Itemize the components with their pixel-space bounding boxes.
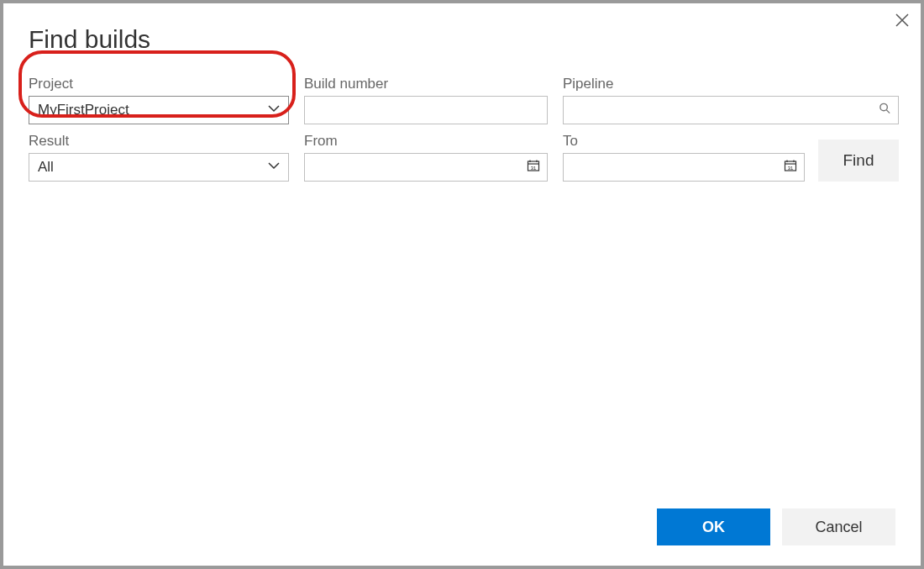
- to-field: To 31: [563, 133, 805, 182]
- result-field: Result All: [29, 133, 289, 182]
- from-label: From: [304, 133, 548, 150]
- result-dropdown[interactable]: All: [29, 153, 289, 182]
- project-dropdown[interactable]: MyFirstProject: [29, 96, 289, 124]
- from-input[interactable]: 31: [304, 153, 548, 182]
- cancel-button[interactable]: Cancel: [782, 508, 895, 545]
- close-icon: [895, 13, 909, 27]
- result-value: All: [38, 159, 54, 176]
- svg-point-0: [880, 103, 887, 110]
- from-field: From 31: [304, 133, 548, 182]
- svg-text:31: 31: [531, 166, 537, 171]
- project-label: Project: [29, 76, 289, 92]
- pipeline-input[interactable]: [563, 96, 899, 124]
- build-number-input[interactable]: [304, 96, 548, 124]
- calendar-icon[interactable]: 31: [527, 159, 540, 176]
- build-number-label: Build number: [304, 76, 548, 92]
- form-grid: Project MyFirstProject Build number Pipe…: [29, 76, 895, 182]
- search-icon[interactable]: [879, 103, 891, 119]
- close-button[interactable]: [895, 12, 909, 30]
- to-input[interactable]: 31: [563, 153, 805, 182]
- to-find-wrap: To 31 Find: [563, 133, 899, 182]
- find-button[interactable]: Find: [818, 140, 899, 182]
- chevron-down-icon: [266, 101, 281, 119]
- result-label: Result: [29, 133, 289, 150]
- pipeline-label: Pipeline: [563, 76, 899, 92]
- svg-text:31: 31: [788, 166, 794, 171]
- to-label: To: [563, 133, 805, 150]
- dialog-footer: OK Cancel: [657, 508, 895, 545]
- project-field: Project MyFirstProject: [29, 76, 289, 124]
- calendar-icon[interactable]: 31: [784, 159, 797, 176]
- build-number-field: Build number: [304, 76, 548, 124]
- pipeline-field: Pipeline: [563, 76, 899, 124]
- dialog-title: Find builds: [29, 25, 895, 54]
- project-value: MyFirstProject: [38, 102, 129, 119]
- chevron-down-icon: [266, 158, 281, 176]
- find-builds-dialog: Find builds Project MyFirstProject Build…: [3, 3, 921, 566]
- ok-button[interactable]: OK: [657, 508, 770, 545]
